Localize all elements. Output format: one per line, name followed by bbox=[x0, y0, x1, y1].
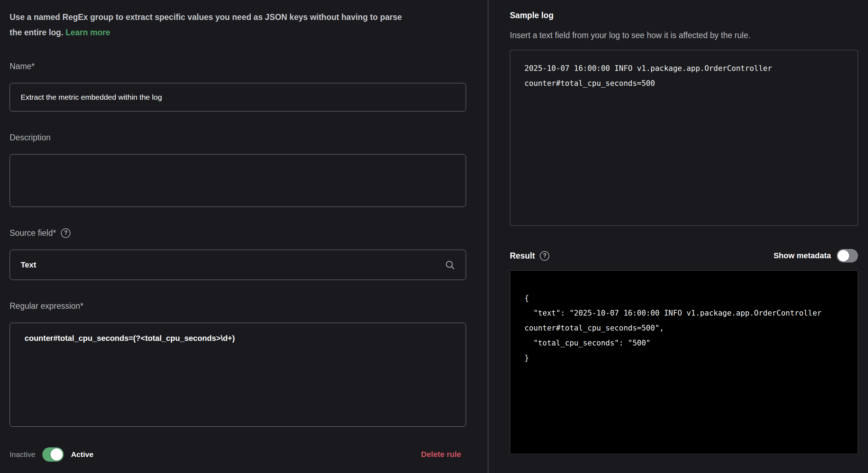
name-label: Name* bbox=[10, 61, 466, 72]
source-field-label-row: Source field* bbox=[10, 228, 466, 238]
description-input[interactable] bbox=[10, 154, 466, 207]
intro-line-2-text: the entire log. bbox=[10, 28, 63, 37]
source-field-label-text: Source field* bbox=[10, 228, 56, 238]
regex-label-text: Regular expression* bbox=[10, 301, 83, 311]
source-field-select[interactable]: Text bbox=[10, 250, 466, 280]
regex-rule-editor: Use a named RegEx group to extract speci… bbox=[0, 0, 868, 473]
active-toggle[interactable] bbox=[42, 447, 64, 462]
name-input[interactable] bbox=[10, 83, 466, 111]
help-icon[interactable] bbox=[61, 228, 70, 238]
intro-line-1: Use a named RegEx group to extract speci… bbox=[10, 10, 466, 25]
delete-rule-button[interactable]: Delete rule bbox=[421, 450, 461, 459]
active-label: Active bbox=[71, 450, 93, 459]
sample-log-input[interactable]: 2025-10-07 16:00:00 INFO v1.package.app.… bbox=[510, 50, 858, 226]
search-icon bbox=[445, 260, 455, 270]
intro-line-1-text: Use a named RegEx group to extract speci… bbox=[10, 12, 402, 22]
learn-more-link[interactable]: Learn more bbox=[66, 28, 110, 37]
show-metadata-group: Show metadata bbox=[774, 249, 858, 263]
rule-intro-text: Use a named RegEx group to extract speci… bbox=[10, 10, 466, 40]
show-metadata-toggle[interactable] bbox=[837, 249, 858, 263]
result-json-text: { "text": "2025-10-07 16:00:00 INFO v1.p… bbox=[524, 291, 843, 365]
result-output: { "text": "2025-10-07 16:00:00 INFO v1.p… bbox=[510, 270, 858, 454]
preview-panel: Sample log Insert a text field from your… bbox=[488, 0, 868, 473]
intro-line-2: the entire log. Learn more bbox=[10, 25, 466, 40]
sample-log-title: Sample log bbox=[510, 10, 858, 21]
sample-log-text: 2025-10-07 16:00:00 INFO v1.package.app.… bbox=[524, 61, 843, 91]
regex-input[interactable]: counter#total_cpu_seconds=(?<total_cpu_s… bbox=[10, 323, 466, 427]
toggle-knob bbox=[51, 448, 63, 461]
result-header-row: Result Show metadata bbox=[510, 249, 858, 263]
show-metadata-label: Show metadata bbox=[774, 251, 831, 260]
active-toggle-group: Inactive Active bbox=[10, 447, 93, 462]
toggle-knob bbox=[838, 250, 849, 261]
name-label-text: Name* bbox=[10, 61, 35, 72]
rule-footer: Inactive Active Delete rule bbox=[10, 447, 466, 462]
sample-log-subtitle: Insert a text field from your log to see… bbox=[510, 30, 858, 41]
description-label-text: Description bbox=[10, 132, 51, 143]
result-title: Result bbox=[510, 250, 535, 261]
source-field-value: Text bbox=[21, 260, 36, 270]
inactive-label: Inactive bbox=[10, 450, 35, 459]
rule-form-panel: Use a named RegEx group to extract speci… bbox=[0, 0, 488, 473]
regex-label: Regular expression* bbox=[10, 301, 466, 311]
description-label: Description bbox=[10, 132, 466, 143]
help-icon[interactable] bbox=[540, 251, 549, 261]
result-title-group: Result bbox=[510, 250, 549, 261]
